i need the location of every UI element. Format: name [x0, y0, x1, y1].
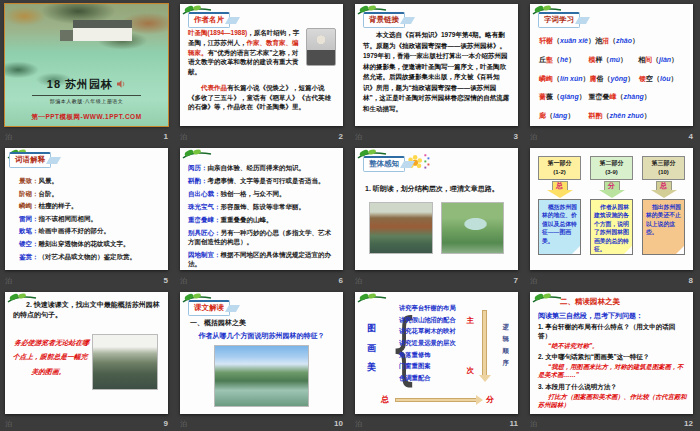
structure-column: 第三部分(10) 总 指出苏州园林的美还不止以上说的这些。	[642, 156, 685, 255]
background-text: 本文选自《百科知识》1979年第4期。略有删节。原题为《拙政诸园寄深眷——谈苏州…	[363, 30, 510, 114]
lesson-title: 18 苏州园林	[16, 77, 156, 92]
slide-number: 7	[514, 276, 518, 285]
total-label: 总	[381, 394, 389, 405]
outline-item: 门窗重图案	[399, 360, 456, 372]
leaf-decoration-icon	[357, 293, 387, 305]
slide-number: 1	[164, 132, 168, 141]
slide-thumbnail-8[interactable]: 第一部分(1-2) 总 概括苏州园林的地位、价值以及总体特征——图画美。 第二部…	[530, 148, 693, 270]
definition-item: 别具匠心另有一种巧妙的心思（多指文学、艺术方面创造性的构思）。	[188, 228, 337, 247]
slide-thumbnail-6[interactable]: 阅历由亲自体验、经历而得来的知识。 斟酌考虑事情、文字等是否可行或是否适当。 自…	[180, 148, 343, 270]
garden-photo	[92, 334, 158, 390]
vocab-word: 重峦叠嶂zhàng	[589, 92, 651, 102]
slide-cell-5: 词语解释 景致风景。 阶砌台阶。 嶙峋枯瘦的样子。 雷同指不该相同而相同。 败笔…	[0, 144, 175, 288]
vocab-word: 廊láng	[539, 111, 589, 121]
definition-item: 镂空雕刻出穿透物体的花纹或文字。	[19, 239, 162, 248]
slide-thumbnail-3[interactable]: 背景链接 本文选自《百科知识》1979年第4期。略有删节。原题为《拙政诸园寄深眷…	[355, 4, 518, 126]
slide-thumbnail-2[interactable]: 作者名片 叶圣陶(1894—1988)，原名叶绍钧，字圣陶，江苏苏州人，作家、教…	[180, 4, 343, 126]
watermark: 泊	[180, 419, 187, 429]
outline-item: 讲究花草树木的映衬	[399, 325, 456, 337]
structure-column: 第二部分(3-9) 分 作者从园林建筑设施的各个方面，说明了苏州园林图画美的总的…	[590, 156, 633, 255]
question-text: 作者从哪几个方面说明苏州园林的特征？	[180, 331, 343, 341]
watermark: 泊	[5, 276, 12, 286]
qa-list: 1. 亭台轩榭的布局有什么特点？（用文中的话回答） “绝不讲究对称”。 2. 文…	[538, 323, 687, 413]
qa-item: 3. 本段用了什么说明方法？ 打比方（图案画和美术画）、作比较（古代宫殿和苏州园…	[538, 383, 687, 410]
divider-line	[32, 95, 141, 96]
slide-number: 12	[684, 419, 693, 428]
definition-item: 景致风景。	[19, 176, 162, 185]
title-block: 18 苏州园林 部编本人教版·八年级上册语文 第一PPT模板网-WWW.1PPT…	[16, 77, 156, 121]
section-header: 背景链接	[363, 12, 405, 28]
outline-item: 讲究亭台轩榭的布局	[399, 302, 456, 314]
slide-thumbnail-7[interactable]: 整体感知 1. 听朗读，划分结构层次，理清文章思路。	[355, 148, 518, 270]
slide-cell-6: 阅历由亲自体验、经历而得来的知识。 斟酌考虑事情、文字等是否可行或是否适当。 自…	[175, 144, 350, 288]
vocab-word: 轩榭xuān xiè	[539, 36, 595, 46]
vocab-word: 丘壑hè	[539, 55, 589, 65]
slide-thumbnail-5[interactable]: 词语解释 景致风景。 阶砌台阶。 嶙峋枯瘦的样子。 雷同指不该相同而相同。 败笔…	[5, 148, 168, 270]
section-header: 字词学习	[538, 12, 580, 28]
part-label: 第三部分(10)	[642, 156, 685, 180]
section-header: 作者名片	[188, 12, 230, 28]
watermark: 泊	[355, 276, 362, 286]
definition-item: 因地制宜根据不同地区的具体情况规定适宜的办法。	[188, 250, 337, 269]
watermark: 泊	[355, 132, 362, 142]
garden-photo	[214, 345, 309, 407]
divide-label: 分	[486, 394, 494, 405]
definition-list: 阅历由亲自体验、经历而得来的知识。 斟酌考虑事情、文字等是否可行或是否适当。 自…	[188, 163, 337, 270]
qa-question: 1. 亭台轩榭的布局有什么特点？（用文中的话回答）	[538, 323, 687, 341]
section-header: 词语解释	[9, 152, 51, 168]
structure-column: 第一部分(1-2) 总 概括苏州园林的地位、价值以及总体特征——图画美。	[538, 156, 581, 255]
note-card: 指出苏州园林的美还不止以上说的这些。	[642, 199, 685, 255]
leaf-decoration-icon	[532, 293, 562, 305]
slide-thumbnail-11[interactable]: 图画美 { 讲究亭台轩榭的布局讲究假山池沼的配合讲究花草树木的映衬讲究近景远景的…	[355, 292, 518, 414]
watermark: 泊	[5, 132, 12, 142]
definition-item: 斟酌考虑事情、文字等是否可行或是否适当。	[188, 176, 337, 185]
slide-number: 2	[339, 132, 343, 141]
intro-text: 阅读第三自然段，思考下列问题：	[538, 311, 643, 321]
qa-item: 1. 亭台轩榭的布局有什么特点？（用文中的话回答） “绝不讲究对称”。	[538, 323, 687, 350]
vocab-word: 庸俗yōng	[590, 74, 640, 84]
qa-answer: 打比方（图案画和美术画）、作比较（古代宫殿和苏州园林）	[538, 393, 687, 411]
slide-cell-4: 字词学习 轩榭xuān xiè 池沼zhǎo 丘壑hè 模样mú 相间jiàn …	[525, 0, 700, 144]
vocab-word: 嶙峋lín xún	[539, 74, 590, 84]
slide-thumbnail-12[interactable]: 二、精读园林之美 阅读第三自然段，思考下列问题： 1. 亭台轩榭的布局有什么特点…	[530, 292, 693, 414]
garden-photo	[441, 202, 505, 254]
edition-subtitle: 部编本人教版·八年级上册语文	[16, 98, 156, 105]
slide-number: 5	[164, 276, 168, 285]
note-card: 作者从园林建筑设施的各个方面，说明了苏州园林图画美的总的特征。	[590, 199, 633, 255]
part-label: 第一部分(1-2)	[538, 156, 581, 180]
slide-cell-3: 背景链接 本文选自《百科知识》1979年第4期。略有删节。原题为《拙政诸园寄深眷…	[350, 0, 525, 144]
watermark: 泊	[5, 419, 12, 429]
outline-items: 讲究亭台轩榭的布局讲究假山池沼的配合讲究花草树木的映衬讲究近景远景的层次角落重修…	[399, 302, 456, 383]
qa-question: 2. 文中哪句话紧扣“图画美”这一特征？	[538, 353, 687, 362]
slide-cell-9: 2. 快速读课文，找出文中最能概括苏州园林的特点的句子。 务必使游览者无论站在哪…	[0, 288, 175, 431]
author-works: 代表作品有长篇小说《倪焕之》，短篇小说《多收了三五斗》，童话有《稻草人》《古代英…	[188, 83, 336, 112]
speaker-icon[interactable]	[117, 80, 126, 88]
vocab-word: 池沼zhǎo	[595, 36, 645, 46]
slide-number: 6	[339, 276, 343, 285]
down-arrow: 总	[547, 181, 573, 198]
watermark: 泊	[180, 276, 187, 286]
garden-building-shape	[73, 20, 132, 41]
structure-diagram: 第一部分(1-2) 总 概括苏州园林的地位、价值以及总体特征——图画美。 第二部…	[538, 156, 685, 255]
vocab-list: 轩榭xuān xiè 池沼zhǎo 丘壑hè 模样mú 相间jiàn 嶙峋lín…	[539, 36, 689, 121]
definition-item: 阶砌台阶。	[19, 189, 162, 198]
part-label: 第二部分(3-9)	[590, 156, 633, 180]
author-name: 叶圣陶(1894—1988)	[188, 29, 247, 36]
question-text: 2. 快速读课文，找出文中最能概括苏州园林的特点的句子。	[13, 300, 162, 320]
slide-thumbnail-1[interactable]: 18 苏州园林 部编本人教版·八年级上册语文 第一PPT模板网-WWW.1PPT…	[5, 4, 168, 126]
slide-thumbnail-10[interactable]: 课文解读 一、概括园林之美 作者从哪几个方面说明苏州园林的特征？	[180, 292, 343, 414]
definition-item: 珠光宝气形容服饰、陈设等非常华丽。	[188, 202, 337, 211]
down-arrow: 总	[651, 181, 677, 198]
site-footer: 第一PPT模板网-WWW.1PPT.COM	[16, 112, 156, 121]
slide-cell-10: 课文解读 一、概括园林之美 作者从哪几个方面说明苏州园林的特征？ 泊 10	[175, 288, 350, 431]
watermark: 泊	[530, 132, 537, 142]
definition-item: 自出心裁独创一格，与众不同。	[188, 189, 337, 198]
qa-answer: “绝不讲究对称”。	[538, 342, 687, 351]
definition-list: 景致风景。 阶砌台阶。 嶙峋枯瘦的样子。 雷同指不该相同而相同。 败笔绘画中画得…	[19, 176, 162, 264]
vocab-word: 相间jiàn	[638, 55, 688, 65]
garden-photo	[369, 202, 433, 254]
definition-item: 重峦叠嶂重重叠叠的山峰。	[188, 215, 337, 224]
slide-thumbnail-4[interactable]: 字词学习 轩榭xuān xiè 池沼zhǎo 丘壑hè 模样mú 相间jiàn …	[530, 4, 693, 126]
slide-thumbnail-9[interactable]: 2. 快速读课文，找出文中最能概括苏州园林的特点的句子。 务必使游览者无论站在哪…	[5, 292, 168, 414]
slide-number: 11	[510, 419, 518, 428]
